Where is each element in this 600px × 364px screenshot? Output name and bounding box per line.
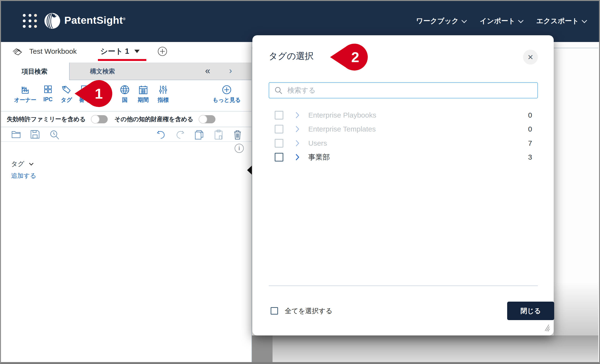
filter-more[interactable]: もっと見る xyxy=(210,84,244,106)
paste-button[interactable] xyxy=(214,130,224,140)
callout-number: 1 xyxy=(95,85,103,102)
active-sheet-underline xyxy=(98,59,146,61)
globe-icon xyxy=(119,84,130,95)
row-checkbox[interactable] xyxy=(275,125,283,133)
filter-label: タグ xyxy=(61,96,72,104)
redo-button[interactable] xyxy=(175,130,186,140)
resize-handle[interactable] xyxy=(542,324,550,333)
search-icon xyxy=(274,86,283,94)
delete-button[interactable] xyxy=(233,130,243,140)
other-ip-label: その他の知的財産権を含める xyxy=(114,115,193,123)
brand-wordmark: PatentSight® xyxy=(64,14,125,26)
workbook-stack-icon[interactable] xyxy=(12,47,23,58)
backdrop-scroll-strip xyxy=(252,336,272,362)
expand-chevron-icon[interactable] xyxy=(295,125,300,133)
menu-workbook[interactable]: ワークブック xyxy=(416,16,465,26)
row-label: Users xyxy=(308,139,327,147)
dialog-divider xyxy=(269,286,538,286)
callout-teardrop-icon xyxy=(329,44,370,71)
tab-item-search[interactable]: 項目検索 xyxy=(0,63,70,80)
registered-mark: ® xyxy=(123,17,125,21)
undo-button[interactable] xyxy=(156,130,167,140)
row-count: 7 xyxy=(528,139,532,147)
tag-search-input[interactable] xyxy=(287,86,503,94)
row-checkbox[interactable] xyxy=(275,153,283,161)
sheet-tab[interactable]: シート 1 xyxy=(100,46,140,56)
other-ip-toggle[interactable] xyxy=(199,115,216,124)
step-2-callout: 2 xyxy=(329,44,370,71)
next-panel-icon[interactable]: › xyxy=(229,66,232,76)
tag-row-enterprise-templates[interactable]: Enterprise Templates 0 xyxy=(269,122,538,136)
filter-indicators[interactable]: 指標 xyxy=(154,84,173,106)
tag-selection-dialog: タグの選択 ✕ Enterprise Playbooks 0 Enterpris… xyxy=(252,35,554,336)
row-checkbox[interactable] xyxy=(275,139,283,148)
info-icon[interactable]: i xyxy=(235,144,244,153)
filter-label: IPC xyxy=(43,96,53,103)
filter-country[interactable]: 国 xyxy=(116,84,133,106)
row-label: 事業部 xyxy=(308,152,330,162)
search-tabs: 構文検索 « › 項目検索 xyxy=(0,63,252,80)
divider xyxy=(0,141,251,142)
expand-chevron-icon[interactable] xyxy=(295,140,300,147)
filter-ipc[interactable]: IPC xyxy=(38,84,57,106)
row-checkbox[interactable] xyxy=(275,111,283,120)
sheet-name: シート 1 xyxy=(100,46,129,56)
chevron-down-icon xyxy=(29,161,33,165)
tag-group-label: タグ xyxy=(11,159,24,168)
sheet-dropdown-icon[interactable] xyxy=(134,50,140,53)
workbook-name[interactable]: Test Workbook xyxy=(29,47,77,56)
patentsight-app-window: PatentSight® ワークブック インポート エクスポート Test Wo… xyxy=(0,0,600,364)
filter-label: もっと見る xyxy=(213,96,241,104)
collapse-panel-arrow[interactable] xyxy=(247,166,252,175)
app-launcher-icon[interactable] xyxy=(23,14,38,28)
divider xyxy=(0,127,251,127)
row-count: 3 xyxy=(528,153,532,161)
add-tag-link[interactable]: 追加する xyxy=(11,172,36,180)
expired-families-toggle[interactable] xyxy=(91,115,108,124)
filter-owner[interactable]: オーナー xyxy=(11,84,40,106)
expired-families-label: 失効特許ファミリーを含める xyxy=(7,115,86,123)
filter-period[interactable]: 期間 xyxy=(134,84,153,106)
menu-import[interactable]: インポート xyxy=(480,16,522,26)
filter-label: 指標 xyxy=(158,96,169,104)
chevron-down-icon xyxy=(582,18,587,23)
copy-button[interactable] xyxy=(194,130,205,140)
row-count: 0 xyxy=(528,125,532,133)
menu-export[interactable]: エクスポート xyxy=(536,16,586,26)
filter-label: 国 xyxy=(122,96,128,104)
filter-label: 期間 xyxy=(138,96,149,104)
backdrop-below-modal xyxy=(252,336,598,362)
select-all-checkbox[interactable] xyxy=(271,307,278,315)
search-history-button[interactable] xyxy=(49,130,60,140)
workbook-bar: Test Workbook シート 1 xyxy=(0,42,252,63)
expand-chevron-icon[interactable] xyxy=(295,112,300,119)
inactive-tab-strip: 構文検索 « › xyxy=(70,63,252,80)
row-label: Enterprise Playbooks xyxy=(308,111,376,119)
add-sheet-button[interactable] xyxy=(157,46,168,57)
callout-number: 2 xyxy=(351,49,359,65)
open-folder-button[interactable] xyxy=(11,130,22,140)
plus-circle-icon xyxy=(221,84,232,95)
callout-teardrop-icon xyxy=(74,80,114,107)
close-icon[interactable]: ✕ xyxy=(523,50,538,65)
sliders-icon xyxy=(158,84,169,95)
chevron-down-icon xyxy=(518,18,524,23)
panel-right-border xyxy=(251,42,252,364)
select-all-label: 全てを選択する xyxy=(285,306,332,316)
grid-icon xyxy=(43,84,53,95)
tag-row-business-division[interactable]: 事業部 3 xyxy=(269,150,538,164)
tag-icon xyxy=(61,84,72,95)
calendar-icon xyxy=(138,84,149,95)
tag-row-users[interactable]: Users 7 xyxy=(269,136,538,150)
save-button[interactable] xyxy=(30,130,40,140)
tag-row-enterprise-playbooks[interactable]: Enterprise Playbooks 0 xyxy=(269,108,538,122)
expand-chevron-icon[interactable] xyxy=(295,154,300,161)
filter-tag[interactable]: タグ xyxy=(57,84,76,106)
tag-group-header[interactable]: タグ xyxy=(11,159,32,168)
tab-syntax-search[interactable]: 構文検索 xyxy=(90,63,115,80)
close-button[interactable]: 閉じる xyxy=(507,302,554,320)
collapse-panel-icon[interactable]: « xyxy=(205,66,210,76)
backdrop-shadow xyxy=(554,282,598,336)
step-1-callout: 1 xyxy=(74,80,114,107)
dialog-footer: 全てを選択する 閉じる xyxy=(269,302,538,320)
